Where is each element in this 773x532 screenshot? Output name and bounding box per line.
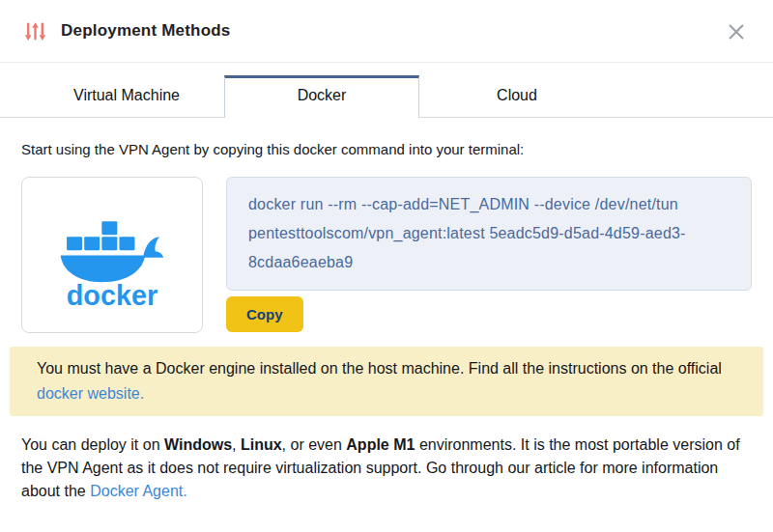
- tab-cloud[interactable]: Cloud: [419, 76, 615, 117]
- docker-panel: docker docker run --rm --cap-add=NET_ADM…: [21, 177, 752, 333]
- docker-logo: docker: [50, 202, 174, 309]
- footer-bold-windows: Windows: [164, 436, 232, 453]
- docker-logo-text: docker: [67, 279, 157, 308]
- footer-paragraph: You can deploy it on Windows, Linux, or …: [21, 434, 752, 503]
- tab-virtual-machine[interactable]: Virtual Machine: [29, 76, 224, 117]
- tab-bar: Virtual Machine Docker Cloud: [0, 63, 773, 118]
- copy-button[interactable]: Copy: [226, 296, 303, 332]
- docker-agent-link[interactable]: Docker Agent.: [90, 483, 187, 499]
- tab-docker[interactable]: Docker: [224, 75, 419, 118]
- footer-bold-linux: Linux: [241, 436, 282, 453]
- footer-text: You can deploy it on: [21, 436, 164, 453]
- dialog-title: Deployment Methods: [61, 21, 231, 41]
- warning-text: You must have a Docker engine installed …: [37, 360, 722, 377]
- docker-website-link[interactable]: docker website.: [37, 385, 144, 402]
- docker-logo-card: docker: [21, 177, 203, 333]
- docker-command-text: docker run --rm --cap-add=NET_ADMIN --de…: [226, 177, 752, 291]
- close-icon: [726, 21, 747, 42]
- dialog-header: Deployment Methods: [0, 0, 773, 63]
- close-button[interactable]: [725, 20, 748, 43]
- deploy-arrows-icon: [23, 19, 47, 43]
- footer-bold-apple-m1: Apple M1: [346, 436, 415, 453]
- warning-note: You must have a Docker engine installed …: [10, 347, 763, 416]
- instruction-text: Start using the VPN Agent by copying thi…: [21, 141, 752, 157]
